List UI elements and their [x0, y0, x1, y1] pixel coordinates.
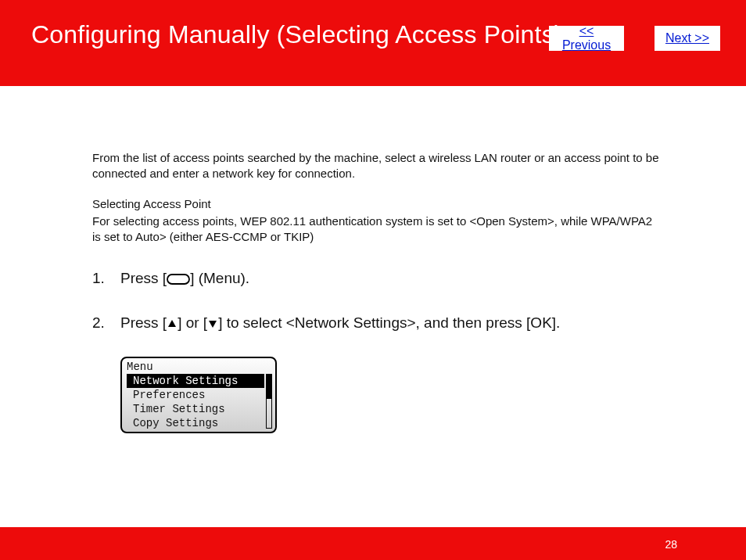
subsection-body: For selecting access points, WEP 802.11 …: [92, 214, 663, 246]
subsection-heading: Selecting Access Point: [92, 196, 663, 212]
step-2-post: ] to select <Network Settings>, and then…: [218, 314, 560, 331]
step-1-pre: Press [: [120, 270, 167, 286]
step-2-pre: Press [: [120, 314, 167, 331]
lcd-scrollbar: [266, 374, 272, 429]
header-bar: Configuring Manually (Selecting Access P…: [0, 0, 746, 86]
up-arrow-icon: [167, 314, 178, 336]
down-arrow-icon: [207, 314, 218, 336]
footer-bar: 28: [0, 527, 746, 560]
page-number: 28: [665, 538, 677, 551]
lcd-menu-item: Network Settings: [127, 374, 264, 388]
content-body: From the list of access points searched …: [92, 150, 663, 433]
step-2-mid1: ] or [: [178, 314, 207, 331]
lcd-scroll-thumb: [267, 375, 271, 399]
page-title: Configuring Manually (Selecting Access P…: [31, 20, 563, 49]
svg-marker-2: [209, 321, 217, 328]
step-text: Press [] or [] to select <Network Settin…: [120, 313, 663, 336]
next-button[interactable]: Next >>: [655, 26, 720, 51]
step-1-post: ] (Menu).: [190, 270, 249, 286]
lcd-menu-item: Timer Settings: [122, 402, 275, 416]
lcd-menu-item: Preferences: [122, 388, 275, 402]
page-root: Configuring Manually (Selecting Access P…: [0, 0, 746, 560]
lcd-menu-item: Copy Settings: [122, 416, 275, 430]
step-2: 2. Press [] or [] to select <Network Set…: [92, 313, 663, 336]
step-text: Press [] (Menu).: [120, 268, 663, 291]
step-number: 2.: [92, 313, 120, 336]
menu-button-icon: [167, 270, 190, 291]
step-1: 1. Press [] (Menu).: [92, 268, 663, 291]
svg-marker-1: [168, 320, 176, 327]
svg-rect-0: [167, 275, 189, 284]
previous-button[interactable]: << Previous: [549, 26, 624, 51]
device-lcd-screenshot: Menu Network Settings Preferences Timer …: [120, 357, 277, 433]
lcd-title: Menu: [122, 360, 275, 374]
step-number: 1.: [92, 268, 120, 291]
intro-text: From the list of access points searched …: [92, 150, 663, 182]
